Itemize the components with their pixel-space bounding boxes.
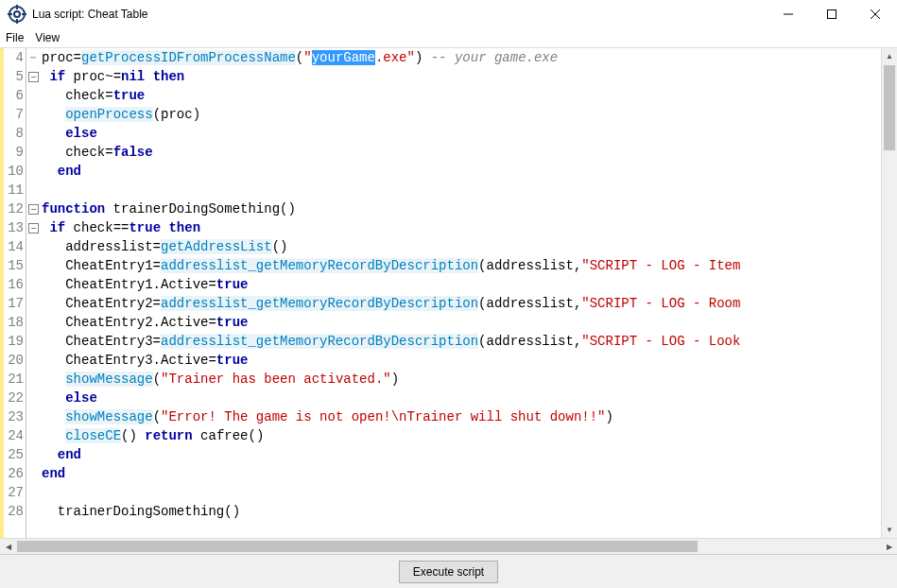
menu-file[interactable]: File <box>6 31 24 44</box>
code-line[interactable]: function trainerDoingSomething() <box>42 199 881 218</box>
code-line[interactable]: if proc~=nil then <box>42 67 881 86</box>
code-line[interactable]: CheatEntry3=addresslist_getMemoryRecordB… <box>42 332 881 351</box>
code-line[interactable]: CheatEntry3.Active=true <box>42 351 881 370</box>
code-line[interactable]: check=false <box>42 143 881 162</box>
menu-view[interactable]: View <box>35 31 60 44</box>
code-area[interactable]: proc=getProcessIDFromProcessName("yourGa… <box>40 48 881 538</box>
code-line[interactable]: if check==true then <box>42 218 881 237</box>
scroll-right-arrow[interactable]: ▶ <box>881 539 897 554</box>
code-line[interactable]: closeCE() return cafree() <box>42 426 881 445</box>
scroll-down-arrow[interactable]: ▼ <box>882 522 897 538</box>
code-line[interactable] <box>42 483 881 502</box>
code-line[interactable]: openProcess(proc) <box>42 105 881 124</box>
app-icon <box>8 5 26 24</box>
vertical-scrollbar[interactable]: ▲ ▼ <box>881 48 897 538</box>
code-line[interactable]: showMessage("Error! The game is not open… <box>42 407 881 426</box>
horizontal-scroll-thumb[interactable] <box>17 541 698 552</box>
code-line[interactable]: CheatEntry1=addresslist_getMemoryRecordB… <box>42 256 881 275</box>
code-line[interactable]: end <box>42 162 881 181</box>
code-line[interactable]: CheatEntry2.Active=true <box>42 313 881 332</box>
minimize-button[interactable] <box>767 0 810 28</box>
menubar: File View <box>0 28 897 47</box>
scroll-left-arrow[interactable]: ◀ <box>0 539 16 554</box>
titlebar: Lua script: Cheat Table <box>0 0 897 28</box>
close-button[interactable] <box>854 0 897 28</box>
code-editor[interactable]: 4567891011121314151617181920212223242526… <box>0 47 897 538</box>
svg-point-1 <box>14 11 20 17</box>
fold-column[interactable] <box>26 48 40 538</box>
execute-script-button[interactable]: Execute script <box>399 561 498 583</box>
code-line[interactable]: check=true <box>42 86 881 105</box>
code-line[interactable]: end <box>42 464 881 483</box>
scroll-up-arrow[interactable]: ▲ <box>882 48 897 64</box>
maximize-button[interactable] <box>810 0 854 28</box>
vertical-scroll-thumb[interactable] <box>884 65 895 150</box>
bottom-bar: Execute script <box>0 554 897 588</box>
code-line[interactable]: addresslist=getAddressList() <box>42 237 881 256</box>
code-line[interactable]: else <box>42 124 881 143</box>
window-title: Lua script: Cheat Table <box>32 8 767 21</box>
code-line[interactable]: else <box>42 389 881 407</box>
svg-rect-7 <box>828 10 837 19</box>
code-line[interactable]: end <box>42 445 881 464</box>
code-line[interactable]: CheatEntry2=addresslist_getMemoryRecordB… <box>42 294 881 313</box>
code-line[interactable]: CheatEntry1.Active=true <box>42 275 881 294</box>
code-line[interactable]: showMessage("Trainer has been activated.… <box>42 370 881 389</box>
horizontal-scrollbar[interactable]: ◀ ▶ <box>0 538 897 554</box>
code-line[interactable] <box>42 181 881 199</box>
code-line[interactable]: trainerDoingSomething() <box>42 502 881 521</box>
line-number-gutter: 4567891011121314151617181920212223242526… <box>4 48 26 538</box>
code-line[interactable]: proc=getProcessIDFromProcessName("yourGa… <box>42 48 881 67</box>
